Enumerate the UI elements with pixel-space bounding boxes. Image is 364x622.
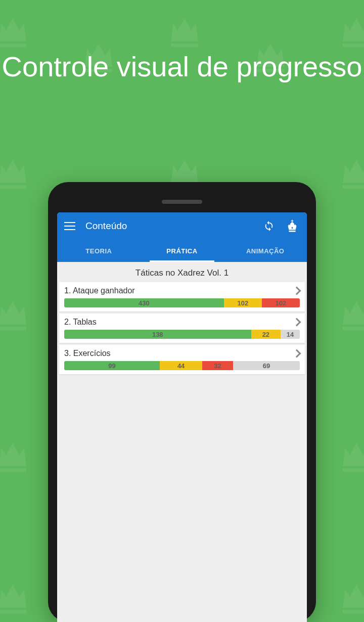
- lesson-header: 1. Ataque ganhador: [64, 286, 300, 295]
- progress-bar: 1382214: [64, 330, 300, 339]
- progress-segment-yellow: 102: [224, 298, 262, 307]
- progress-segment-yellow: 22: [251, 330, 281, 339]
- tab-prática[interactable]: PRÁTICA: [141, 240, 224, 262]
- phone-speaker: [162, 200, 202, 204]
- lesson-title: 2. Tablas: [64, 318, 97, 327]
- chevron-right-icon: [293, 318, 301, 327]
- svg-rect-1: [291, 227, 292, 228]
- phone-screen: Conteúdo TEORIAPRÁTICAANIMAÇÃO Táticas n…: [57, 212, 307, 622]
- lesson-card[interactable]: 3. Exercícios99443269: [59, 345, 305, 374]
- progress-segment-red: 32: [202, 361, 233, 370]
- tab-bar: TEORIAPRÁTICAANIMAÇÃO: [57, 240, 307, 262]
- progress-segment-yellow: 44: [160, 361, 202, 370]
- progress-bar: 430102102: [64, 298, 300, 307]
- chess-king-icon[interactable]: [285, 218, 300, 234]
- progress-segment-gray: 14: [281, 330, 300, 339]
- sync-icon[interactable]: [263, 220, 275, 232]
- lesson-card[interactable]: 1. Ataque ganhador430102102: [59, 282, 305, 312]
- hamburger-icon[interactable]: [64, 222, 75, 230]
- progress-segment-green: 99: [64, 361, 160, 370]
- progress-bar: 99443269: [64, 361, 300, 370]
- progress-segment-green: 138: [64, 330, 251, 339]
- progress-segment-gray: 69: [233, 361, 300, 370]
- progress-segment-red: 102: [262, 298, 300, 307]
- lesson-card[interactable]: 2. Tablas1382214: [59, 314, 305, 343]
- svg-rect-2: [293, 227, 293, 228]
- content-area: Táticas no Xadrez Vol. 1 1. Ataque ganha…: [57, 262, 307, 622]
- progress-segment-green: 430: [64, 298, 224, 307]
- tab-animação[interactable]: ANIMAÇÃO: [223, 240, 307, 262]
- chevron-right-icon: [293, 349, 301, 358]
- appbar-title: Conteúdo: [85, 220, 253, 232]
- lesson-header: 3. Exercícios: [64, 349, 300, 358]
- lesson-title: 1. Ataque ganhador: [64, 286, 135, 295]
- lesson-title: 3. Exercícios: [64, 349, 111, 358]
- tab-teoria[interactable]: TEORIA: [57, 240, 141, 262]
- phone-frame: Conteúdo TEORIAPRÁTICAANIMAÇÃO Táticas n…: [48, 182, 316, 622]
- lesson-header: 2. Tablas: [64, 318, 300, 327]
- phone-top: [57, 191, 307, 212]
- promo-title: Controle visual de progresso: [0, 51, 364, 83]
- app-bar: Conteúdo: [57, 212, 307, 240]
- section-title: Táticas no Xadrez Vol. 1: [59, 264, 305, 282]
- chevron-right-icon: [293, 287, 301, 295]
- lessons-list: 1. Ataque ganhador4301021022. Tablas1382…: [59, 282, 305, 374]
